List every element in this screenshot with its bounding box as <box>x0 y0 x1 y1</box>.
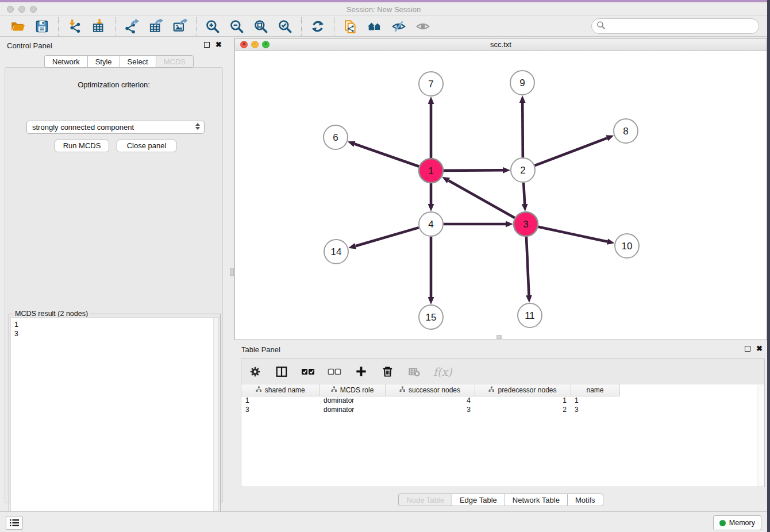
table-cell[interactable]: 3 <box>385 405 475 414</box>
graph-edge-2-9[interactable] <box>522 103 523 157</box>
table-settings-button[interactable] <box>248 365 262 379</box>
tab-style[interactable]: Style <box>87 55 120 68</box>
zoom-fit-button[interactable] <box>252 18 270 35</box>
network-hscroll-handle[interactable] <box>496 335 502 339</box>
graph-node-11[interactable]: 11 <box>518 303 542 327</box>
select-all-button[interactable] <box>301 365 315 379</box>
table-cell[interactable]: dominator <box>319 396 385 405</box>
mcds-result-groupbox: MCDS result (2 nodes) 13 <box>9 314 221 531</box>
table-cell[interactable]: 2 <box>475 405 571 414</box>
delete-column-button[interactable] <box>380 365 394 379</box>
import-table-button[interactable] <box>90 18 107 35</box>
graph-node-label: 10 <box>622 241 633 252</box>
graph-node-label: 8 <box>623 126 628 137</box>
graph-edge-2-3[interactable] <box>523 183 525 204</box>
mcds-result-line: 3 <box>14 329 218 338</box>
toggle-style-button[interactable] <box>390 18 407 35</box>
panel-splitter-handle[interactable] <box>230 268 234 276</box>
table-cell[interactable]: 1 <box>241 396 319 405</box>
tab-edge-table[interactable]: Edge Table <box>452 494 505 506</box>
table-cell[interactable]: 1 <box>475 396 571 405</box>
float-panel-icon[interactable] <box>204 42 210 48</box>
graph-node-3[interactable]: 3 <box>514 212 538 236</box>
task-history-button[interactable] <box>6 516 23 530</box>
graph-edge-4-14[interactable] <box>356 228 419 246</box>
graph-node-14[interactable]: 14 <box>324 240 348 264</box>
graph-node-8[interactable]: 8 <box>614 119 638 143</box>
control-panel: Control Panel ✖ NetworkStyleSelectMCDS O… <box>0 38 228 506</box>
graph-edge-3-1[interactable] <box>448 180 514 218</box>
graph-edge-2-8[interactable] <box>535 138 607 165</box>
add-column-button[interactable] <box>354 365 368 379</box>
graph-node-label: 2 <box>520 165 525 176</box>
graph-edge-1-6[interactable] <box>355 144 419 167</box>
tab-node-table[interactable]: Node Table <box>398 494 452 506</box>
table-panel-header: Table Panel ✖ <box>234 342 767 357</box>
close-table-panel-icon[interactable]: ✖ <box>756 345 763 352</box>
mcds-result-textarea[interactable]: 13 <box>10 317 219 529</box>
table-cell[interactable]: 3 <box>571 405 619 414</box>
table-scrollbar[interactable] <box>757 385 764 487</box>
zoom-out-button[interactable] <box>228 18 245 35</box>
search-input[interactable] <box>606 21 759 32</box>
float-table-panel-icon[interactable] <box>745 346 750 352</box>
table-cell[interactable]: 3 <box>241 405 319 414</box>
tab-network[interactable]: Network <box>44 55 87 68</box>
table-row[interactable]: 1dominator411 <box>241 396 619 405</box>
column-header-name[interactable]: name <box>571 384 619 396</box>
run-mcds-button[interactable]: Run MCDS <box>55 140 109 152</box>
graph-node-2[interactable]: 2 <box>511 158 535 182</box>
function-icon: f(x) <box>433 365 452 378</box>
control-panel-body: Optimization criterion: strongly connect… <box>5 67 223 503</box>
column-header-predecessor-nodes[interactable]: predecessor nodes <box>475 384 571 396</box>
open-file-button[interactable] <box>9 18 26 35</box>
optimization-criterion-select[interactable]: strongly connected component <box>26 121 205 134</box>
zoom-selected-button[interactable] <box>276 18 294 35</box>
clone-network-button[interactable] <box>342 18 359 35</box>
network-canvas[interactable]: 7968124314101511 <box>235 51 767 340</box>
close-panel-button[interactable]: Close panel <box>117 140 176 152</box>
column-header-successor-nodes[interactable]: successor nodes <box>385 384 475 396</box>
graph-node-label: 15 <box>426 312 437 323</box>
graph-edge-3-11[interactable] <box>526 237 529 295</box>
close-panel-icon[interactable]: ✖ <box>215 41 222 48</box>
tab-motifs[interactable]: Motifs <box>567 494 603 506</box>
table-cell[interactable]: dominator <box>319 405 385 414</box>
tab-mcds[interactable]: MCDS <box>156 55 194 68</box>
graph-node-7[interactable]: 7 <box>419 72 443 96</box>
graph-node-1[interactable]: 1 <box>419 159 443 183</box>
export-network-button[interactable] <box>123 18 140 35</box>
graph-node-10[interactable]: 10 <box>615 234 639 258</box>
memory-button[interactable]: Memory <box>713 515 761 530</box>
result-scrollbar[interactable] <box>213 318 218 529</box>
export-image-button[interactable] <box>171 18 188 35</box>
tab-network-table[interactable]: Network Table <box>505 494 567 506</box>
graph-node-9[interactable]: 9 <box>510 71 534 95</box>
graph-edge-1-2[interactable] <box>444 170 503 171</box>
network-window-titlebar[interactable]: ✕ − + scc.txt <box>235 38 767 51</box>
network-overview-button[interactable] <box>366 18 383 35</box>
graph-node-15[interactable]: 15 <box>419 305 443 329</box>
apply-layout-button[interactable] <box>309 18 326 35</box>
column-header-MCDS-role[interactable]: MCDS role <box>319 384 385 396</box>
table-row[interactable]: 3dominator323 <box>241 405 619 414</box>
graph-node-6[interactable]: 6 <box>324 125 348 149</box>
graph-node-4[interactable]: 4 <box>419 212 443 236</box>
save-session-button[interactable] <box>33 18 51 35</box>
table-cell[interactable]: 1 <box>571 396 619 405</box>
birdseye-button[interactable] <box>414 18 432 35</box>
search-field[interactable] <box>591 18 759 34</box>
deselect-all-button[interactable] <box>328 365 341 379</box>
tab-select[interactable]: Select <box>120 55 156 68</box>
import-network-button[interactable] <box>66 18 83 35</box>
control-panel-tabs: NetworkStyleSelectMCDS <box>44 55 194 68</box>
node-table: shared nameMCDS rolesuccessor nodesprede… <box>241 384 620 414</box>
graph-node-label: 4 <box>428 219 433 230</box>
window-title: Session: New Session <box>0 5 767 14</box>
export-table-button[interactable] <box>147 18 164 35</box>
column-selector-button[interactable] <box>275 365 288 379</box>
table-cell[interactable]: 4 <box>385 396 475 405</box>
graph-edge-3-10[interactable] <box>538 227 607 242</box>
zoom-in-button[interactable] <box>204 18 221 35</box>
column-header-shared-name[interactable]: shared name <box>241 384 319 396</box>
